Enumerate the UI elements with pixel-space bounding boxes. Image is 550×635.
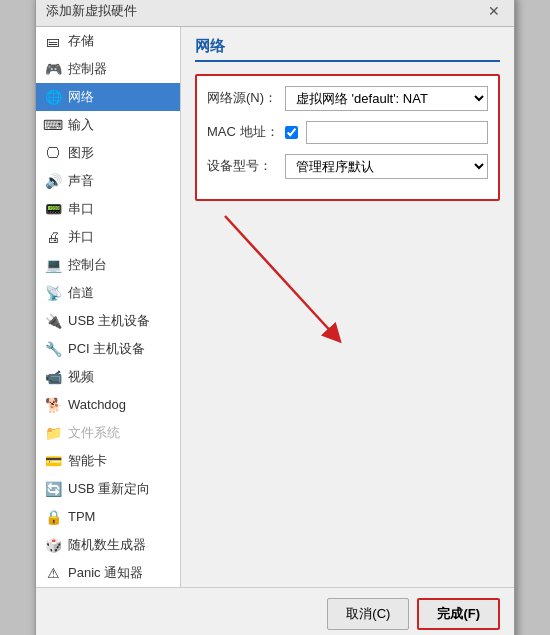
dialog-body: 🖴存储🎮控制器🌐网络⌨输入🖵图形🔊声音📟串口🖨并口💻控制台📡信道🔌USB 主机设… — [36, 27, 514, 587]
usb-redirect-icon: 🔄 — [44, 480, 62, 498]
sidebar-label-channel: 信道 — [68, 284, 94, 302]
sidebar-item-sound[interactable]: 🔊声音 — [36, 167, 180, 195]
network-icon: 🌐 — [44, 88, 62, 106]
sidebar-label-console: 控制台 — [68, 256, 107, 274]
content-panel: 网络 网络源(N)： 虚拟网络 'default': NAT MAC 地址： 5… — [181, 27, 514, 587]
video-icon: 📹 — [44, 368, 62, 386]
network-settings-box: 网络源(N)： 虚拟网络 'default': NAT MAC 地址： 52:5… — [195, 74, 500, 201]
console-icon: 💻 — [44, 256, 62, 274]
sidebar-label-video: 视频 — [68, 368, 94, 386]
sidebar-label-network: 网络 — [68, 88, 94, 106]
sidebar-item-controller[interactable]: 🎮控制器 — [36, 55, 180, 83]
rng-icon: 🎲 — [44, 536, 62, 554]
filesystem-icon: 📁 — [44, 424, 62, 442]
sidebar-item-tpm[interactable]: 🔒TPM — [36, 503, 180, 531]
sidebar-label-sound: 声音 — [68, 172, 94, 190]
sidebar-label-usb-host: USB 主机设备 — [68, 312, 150, 330]
cancel-button[interactable]: 取消(C) — [327, 598, 409, 630]
sidebar-label-usb-redirect: USB 重新定向 — [68, 480, 150, 498]
sidebar-label-filesystem: 文件系统 — [68, 424, 120, 442]
panel-title: 网络 — [195, 37, 500, 62]
close-button[interactable]: ✕ — [484, 3, 504, 19]
sidebar-item-channel[interactable]: 📡信道 — [36, 279, 180, 307]
pci-host-icon: 🔧 — [44, 340, 62, 358]
sidebar-item-network[interactable]: 🌐网络 — [36, 83, 180, 111]
network-source-row: 网络源(N)： 虚拟网络 'default': NAT — [207, 86, 488, 111]
mac-checkbox[interactable] — [285, 126, 298, 139]
network-source-select[interactable]: 虚拟网络 'default': NAT — [285, 86, 488, 111]
sidebar-label-graphics: 图形 — [68, 144, 94, 162]
device-model-row: 设备型号： 管理程序默认 — [207, 154, 488, 179]
sidebar-label-smartcard: 智能卡 — [68, 452, 107, 470]
dialog-title: 添加新虚拟硬件 — [46, 2, 137, 20]
panic-icon: ⚠ — [44, 564, 62, 582]
device-model-label: 设备型号： — [207, 157, 277, 175]
sidebar-item-serial[interactable]: 📟串口 — [36, 195, 180, 223]
storage-icon: 🖴 — [44, 32, 62, 50]
sidebar-label-tpm: TPM — [68, 509, 95, 524]
sidebar-label-parallel: 并口 — [68, 228, 94, 246]
sidebar-item-console[interactable]: 💻控制台 — [36, 251, 180, 279]
serial-icon: 📟 — [44, 200, 62, 218]
smartcard-icon: 💳 — [44, 452, 62, 470]
sidebar-item-pci-host[interactable]: 🔧PCI 主机设备 — [36, 335, 180, 363]
usb-host-icon: 🔌 — [44, 312, 62, 330]
sidebar-label-panic: Panic 通知器 — [68, 564, 143, 582]
sidebar-label-serial: 串口 — [68, 200, 94, 218]
sidebar-item-rng[interactable]: 🎲随机数生成器 — [36, 531, 180, 559]
channel-icon: 📡 — [44, 284, 62, 302]
dialog-footer: 取消(C) 完成(F) — [36, 587, 514, 636]
sidebar-label-watchdog: Watchdog — [68, 397, 126, 412]
input-icon: ⌨ — [44, 116, 62, 134]
arrow-hint-area — [195, 201, 500, 577]
sidebar-label-controller: 控制器 — [68, 60, 107, 78]
sidebar-item-smartcard[interactable]: 💳智能卡 — [36, 447, 180, 475]
sidebar-item-usb-redirect[interactable]: 🔄USB 重新定向 — [36, 475, 180, 503]
mac-checkbox-wrap — [285, 126, 298, 139]
sidebar: 🖴存储🎮控制器🌐网络⌨输入🖵图形🔊声音📟串口🖨并口💻控制台📡信道🔌USB 主机设… — [36, 27, 181, 587]
parallel-icon: 🖨 — [44, 228, 62, 246]
sidebar-item-storage[interactable]: 🖴存储 — [36, 27, 180, 55]
sidebar-label-input: 输入 — [68, 116, 94, 134]
sidebar-label-storage: 存储 — [68, 32, 94, 50]
sidebar-label-pci-host: PCI 主机设备 — [68, 340, 145, 358]
sidebar-item-video[interactable]: 📹视频 — [36, 363, 180, 391]
mac-input[interactable]: 52:54:00:9a:18:f7 — [306, 121, 488, 144]
sidebar-item-input[interactable]: ⌨输入 — [36, 111, 180, 139]
sidebar-label-rng: 随机数生成器 — [68, 536, 146, 554]
network-source-label: 网络源(N)： — [207, 89, 277, 107]
sidebar-item-usb-host[interactable]: 🔌USB 主机设备 — [36, 307, 180, 335]
sound-icon: 🔊 — [44, 172, 62, 190]
sidebar-item-panic[interactable]: ⚠Panic 通知器 — [36, 559, 180, 587]
sidebar-item-watchdog[interactable]: 🐕Watchdog — [36, 391, 180, 419]
svg-line-1 — [225, 216, 335, 336]
finish-button[interactable]: 完成(F) — [417, 598, 500, 630]
title-bar: 添加新虚拟硬件 ✕ — [36, 0, 514, 27]
watchdog-icon: 🐕 — [44, 396, 62, 414]
add-hardware-dialog: 添加新虚拟硬件 ✕ 🖴存储🎮控制器🌐网络⌨输入🖵图形🔊声音📟串口🖨并口💻控制台📡… — [35, 0, 515, 635]
mac-label: MAC 地址： — [207, 123, 277, 141]
tpm-icon: 🔒 — [44, 508, 62, 526]
red-arrow-svg — [205, 206, 405, 366]
controller-icon: 🎮 — [44, 60, 62, 78]
sidebar-item-parallel[interactable]: 🖨并口 — [36, 223, 180, 251]
mac-row: MAC 地址： 52:54:00:9a:18:f7 — [207, 121, 488, 144]
sidebar-item-graphics[interactable]: 🖵图形 — [36, 139, 180, 167]
sidebar-item-filesystem[interactable]: 📁文件系统 — [36, 419, 180, 447]
device-model-select[interactable]: 管理程序默认 — [285, 154, 488, 179]
graphics-icon: 🖵 — [44, 144, 62, 162]
